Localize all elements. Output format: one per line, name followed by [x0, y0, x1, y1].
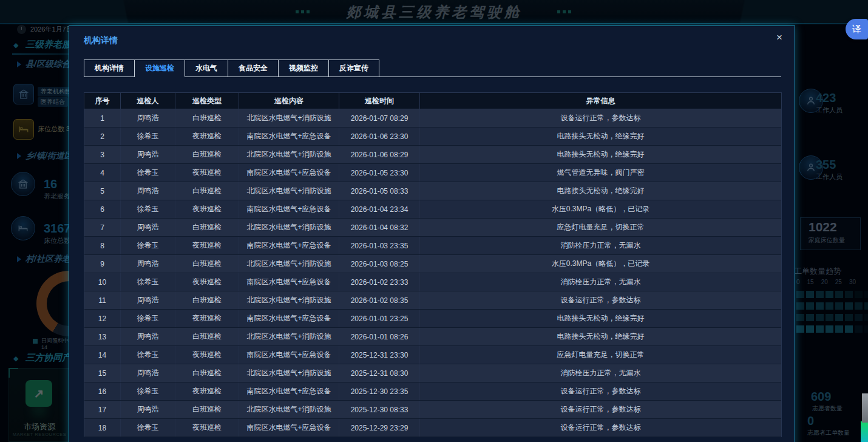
table-cell: 2026-01-05 23:30 [339, 164, 420, 182]
table-cell: 9 [84, 255, 121, 273]
table-cell: 18 [84, 419, 121, 437]
tab-facility-inspection[interactable]: 设施巡检 [135, 59, 185, 77]
table-cell: 白班巡检 [175, 255, 239, 273]
inspection-table: 序号巡检人巡检类型巡检内容巡检时间异常信息 1周鸣浩白班巡检北院区水电燃气+消防… [84, 92, 782, 437]
table-cell: 消防栓压力正常，无漏水 [420, 273, 781, 291]
tab-video-monitor[interactable]: 视频监控 [279, 59, 329, 77]
table-cell: 12 [84, 310, 121, 327]
table-cell: 北院区水电燃气+消防设施 [239, 219, 339, 236]
translate-button[interactable]: 译 [846, 19, 868, 39]
table-row[interactable]: 16徐希玉夜班巡检南院区水电燃气+应急设备2025-12-30 23:35设备运… [84, 382, 781, 401]
table-cell: 夜班巡检 [175, 200, 239, 218]
table-cell: 2025-12-30 08:33 [339, 401, 420, 418]
table-cell: 2026-01-03 08:25 [339, 255, 420, 273]
modal-title: 机构详情 [84, 35, 118, 46]
table-cell: 北院区水电燃气+消防设施 [239, 255, 339, 273]
table-row[interactable]: 6徐希玉夜班巡检南院区水电燃气+应急设备2026-01-04 23:34水压0.… [84, 200, 781, 219]
table-cell: 白班巡检 [175, 364, 239, 382]
table-cell: 13 [84, 328, 121, 345]
table-row[interactable]: 3周鸣浩白班巡检北院区水电燃气+消防设施2026-01-06 08:29电路接头… [84, 146, 781, 164]
table-cell: 北院区水电燃气+消防设施 [239, 364, 339, 382]
table-row[interactable]: 15周鸣浩白班巡检北院区水电燃气+消防设施2025-12-31 08:30消防栓… [84, 364, 781, 382]
table-row[interactable]: 11周鸣浩白班巡检北院区水电燃气+消防设施2026-01-02 08:35设备运… [84, 291, 781, 310]
table-cell: 北院区水电燃气+消防设施 [239, 146, 339, 163]
table-cell: 2025-12-29 23:29 [339, 419, 420, 437]
table-cell: 2026-01-06 08:29 [339, 146, 420, 163]
column-header: 巡检类型 [175, 93, 239, 109]
column-header: 异常信息 [420, 93, 781, 109]
table-cell: 南院区水电燃气+应急设备 [239, 127, 339, 145]
table-cell: 南院区水电燃气+应急设备 [239, 164, 339, 182]
table-cell: 徐希玉 [121, 273, 175, 291]
table-row[interactable]: 9周鸣浩白班巡检北院区水电燃气+消防设施2026-01-03 08:25水压0.… [84, 255, 781, 273]
table-cell: 消防栓压力正常，无漏水 [420, 237, 781, 254]
table-cell: 设备运行正常，参数达标 [420, 109, 781, 127]
tab-food-safety[interactable]: 食品安全 [228, 59, 279, 77]
table-row[interactable]: 17周鸣浩白班巡检北院区水电燃气+消防设施2025-12-30 08:33设备运… [84, 401, 781, 419]
table-cell: 3 [84, 146, 121, 163]
table-cell: 2025-12-31 08:30 [339, 364, 420, 382]
table-cell: 南院区水电燃气+应急设备 [239, 237, 339, 254]
table-cell: 电路接头无松动，绝缘完好 [420, 127, 781, 145]
table-cell: 徐希玉 [121, 382, 175, 400]
table-cell: 2026-01-05 08:33 [339, 182, 420, 200]
table-cell: 应急灯电量充足，切换正常 [420, 346, 781, 364]
table-cell: 2026-01-02 08:35 [339, 291, 420, 309]
table-cell: 燃气管道无异味，阀门严密 [420, 164, 781, 182]
table-row[interactable]: 12徐希玉夜班巡检南院区水电燃气+应急设备2026-01-01 23:25电路接… [84, 310, 781, 328]
table-cell: 4 [84, 164, 121, 182]
table-row[interactable]: 2徐希玉夜班巡检南院区水电燃气+应急设备2026-01-06 23:30电路接头… [84, 127, 781, 146]
table-cell: 2026-01-04 23:34 [339, 200, 420, 218]
table-cell: 2025-12-30 23:35 [339, 382, 420, 400]
table-row[interactable]: 4徐希玉夜班巡检南院区水电燃气+应急设备2026-01-05 23:30燃气管道… [84, 164, 781, 182]
table-row[interactable]: 5周鸣浩白班巡检北院区水电燃气+消防设施2026-01-05 08:33电路接头… [84, 182, 781, 200]
table-cell: 夜班巡检 [175, 273, 239, 291]
scrollbar-thumb[interactable] [862, 393, 868, 423]
table-cell: 周鸣浩 [121, 146, 175, 163]
table-cell: 周鸣浩 [121, 401, 175, 418]
table-cell: 周鸣浩 [121, 291, 175, 309]
table-row[interactable]: 13周鸣浩白班巡检北院区水电燃气+消防设施2026-01-01 08:26电路接… [84, 328, 781, 346]
table-cell: 设备运行正常，参数达标 [420, 419, 781, 437]
table-row[interactable]: 14徐希玉夜班巡检南院区水电燃气+应急设备2025-12-31 23:30应急灯… [84, 346, 781, 364]
table-cell: 白班巡检 [175, 328, 239, 345]
table-cell: 北院区水电燃气+消防设施 [239, 182, 339, 200]
table-cell: 南院区水电燃气+应急设备 [239, 419, 339, 437]
table-cell: 10 [84, 273, 121, 291]
table-cell: 2025-12-31 23:30 [339, 346, 420, 364]
table-body: 1周鸣浩白班巡检北院区水电燃气+消防设施2026-01-07 08:29设备运行… [84, 109, 782, 437]
table-cell: 徐希玉 [121, 419, 175, 437]
table-header-row: 序号巡检人巡检类型巡检内容巡检时间异常信息 [84, 92, 782, 109]
table-row[interactable]: 10徐希玉夜班巡检南院区水电燃气+应急设备2026-01-02 23:33消防栓… [84, 273, 781, 291]
table-cell: 北院区水电燃气+消防设施 [239, 401, 339, 418]
table-cell: 2026-01-03 23:35 [339, 237, 420, 254]
table-cell: 2026-01-01 08:26 [339, 328, 420, 345]
table-cell: 2026-01-06 23:30 [339, 127, 420, 145]
table-cell: 夜班巡检 [175, 164, 239, 182]
close-icon[interactable]: × [776, 32, 782, 44]
table-cell: 水压0.3MPa（略低），已记录 [420, 255, 781, 273]
column-header: 巡检时间 [339, 93, 420, 109]
table-cell: 15 [84, 364, 121, 382]
tab-institution-detail[interactable]: 机构详情 [84, 59, 135, 77]
table-cell: 南院区水电燃气+应急设备 [239, 200, 339, 218]
table-cell: 2 [84, 127, 121, 145]
table-row[interactable]: 18徐希玉夜班巡检南院区水电燃气+应急设备2025-12-29 23:29设备运… [84, 419, 781, 437]
tab-anti-fraud[interactable]: 反诈宣传 [329, 59, 379, 77]
table-cell: 设备运行正常，参数达标 [420, 291, 781, 309]
table-cell: 设备运行正常，参数达标 [420, 382, 781, 400]
table-cell: 徐希玉 [121, 164, 175, 182]
table-cell: 2026-01-01 23:25 [339, 310, 420, 327]
table-cell: 徐希玉 [121, 237, 175, 254]
table-cell: 5 [84, 182, 121, 200]
table-cell: 夜班巡检 [175, 127, 239, 145]
table-row[interactable]: 1周鸣浩白班巡检北院区水电燃气+消防设施2026-01-07 08:29设备运行… [84, 109, 781, 127]
table-cell: 白班巡检 [175, 219, 239, 236]
table-cell: 徐希玉 [121, 200, 175, 218]
tab-utilities[interactable]: 水电气 [185, 59, 228, 77]
table-row[interactable]: 7周鸣浩白班巡检北院区水电燃气+消防设施2026-01-04 08:32应急灯电… [84, 219, 781, 237]
table-cell: 徐希玉 [121, 127, 175, 145]
column-header: 巡检内容 [239, 93, 339, 109]
table-row[interactable]: 8徐希玉夜班巡检南院区水电燃气+应急设备2026-01-03 23:35消防栓压… [84, 237, 781, 255]
table-cell: 周鸣浩 [121, 109, 175, 127]
